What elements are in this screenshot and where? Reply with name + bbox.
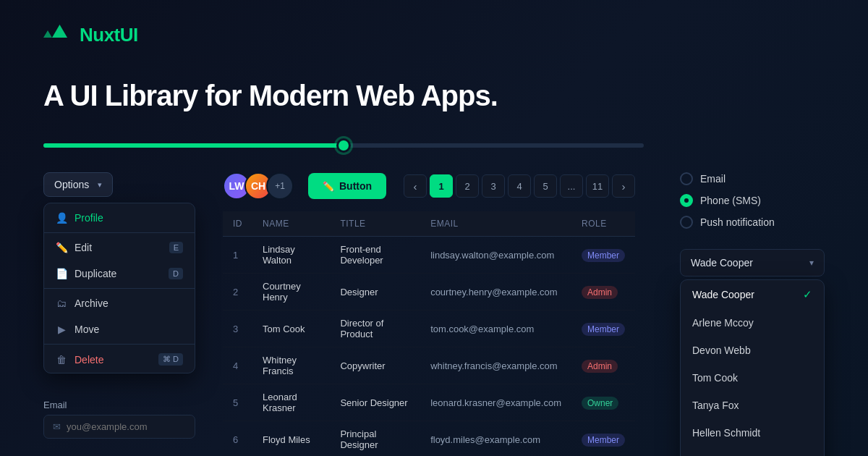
- table-row[interactable]: 3 Tom Cook Director of Product tom.cook@…: [223, 311, 635, 347]
- table-row[interactable]: 2 Courtney Henry Designer courtney.henry…: [223, 274, 635, 311]
- cell-name: Courtney Henry: [252, 274, 330, 311]
- email-input[interactable]: [67, 421, 186, 432]
- left-panel: Options ▾ 👤 Profile ✏️ Edit E 📄 Duplicat…: [43, 172, 195, 373]
- menu-divider-2: [44, 288, 195, 289]
- cell-email: lindsay.walton@example.com: [420, 237, 571, 274]
- table-row[interactable]: 6 Floyd Miles Principal Designer floyd.m…: [223, 421, 635, 457]
- email-section: Email ✉: [43, 400, 195, 439]
- radio-group: Email Phone (SMS) Push notification: [680, 172, 825, 229]
- radio-email-label: Email: [700, 173, 726, 185]
- cell-title: Director of Product: [330, 311, 420, 347]
- menu-item-delete[interactable]: 🗑 Delete ⌘ D: [44, 346, 195, 373]
- avatar-count: +1: [266, 172, 294, 200]
- page-2[interactable]: 2: [456, 174, 479, 198]
- options-button[interactable]: Options ▾: [43, 172, 113, 197]
- select-option-tanya[interactable]: Tanya Fox: [681, 392, 824, 419]
- select-wrapper: Wade Cooper ▾ Wade Cooper ✓ Arlene Mccoy…: [680, 249, 825, 456]
- cell-title: Front-end Developer: [330, 237, 420, 274]
- delete-icon: 🗑: [56, 354, 67, 366]
- menu-item-edit[interactable]: ✏️ Edit E: [44, 235, 195, 261]
- table-row[interactable]: 5 Leonard Krasner Senior Designer leonar…: [223, 384, 635, 421]
- archive-icon: 🗂: [56, 297, 67, 309]
- check-icon: ✓: [803, 288, 812, 301]
- cell-id: 3: [223, 311, 252, 347]
- cell-name: Leonard Krasner: [252, 384, 330, 421]
- middle-panel: LW CH +1 ✏️ Button ‹ 1 2 3 4 5 ... 11 › …: [223, 172, 635, 456]
- radio-phone-label: Phone (SMS): [700, 195, 761, 206]
- move-label: Move: [75, 324, 99, 335]
- chevron-down-icon: ▾: [809, 258, 814, 268]
- cell-role: Member: [571, 311, 635, 347]
- radio-email[interactable]: Email: [680, 172, 825, 185]
- logo-text: NuxtUI: [80, 24, 138, 46]
- radio-circle-phone: [680, 194, 693, 207]
- menu-item-move[interactable]: ▶ Move: [44, 316, 195, 342]
- page-11[interactable]: 11: [586, 174, 609, 198]
- cell-name: Floyd Miles: [252, 421, 330, 457]
- duplicate-label: Duplicate: [75, 268, 116, 279]
- select-option-arlene[interactable]: Arlene Mccoy: [681, 309, 824, 337]
- select-option-caroline[interactable]: Caroline Schultz: [681, 447, 824, 456]
- cell-name: Lindsay Walton: [252, 237, 330, 274]
- col-header-email: Email: [420, 211, 571, 237]
- select-option-tom[interactable]: Tom Cook: [681, 364, 824, 392]
- menu-item-archive[interactable]: 🗂 Archive: [44, 290, 195, 316]
- page-5[interactable]: 5: [534, 174, 557, 198]
- option-label-arlene: Arlene Mccoy: [692, 317, 754, 329]
- chevron-down-icon: ▾: [98, 180, 102, 190]
- duplicate-icon: 📄: [56, 268, 67, 279]
- option-label-tanya: Tanya Fox: [692, 400, 739, 411]
- slider-container: [43, 143, 644, 148]
- cell-email: courtney.henry@example.com: [420, 274, 571, 311]
- cell-role: Member: [571, 421, 635, 457]
- page-3[interactable]: 3: [482, 174, 505, 198]
- radio-push[interactable]: Push notification: [680, 216, 825, 229]
- menu-item-duplicate[interactable]: 📄 Duplicate D: [44, 261, 195, 287]
- duplicate-shortcut: D: [169, 268, 183, 279]
- table-row[interactable]: 1 Lindsay Walton Front-end Developer lin…: [223, 237, 635, 274]
- pagination-prev[interactable]: ‹: [404, 174, 427, 198]
- cell-email: whitney.francis@example.com: [420, 347, 571, 384]
- option-label-hellen: Hellen Schmidt: [692, 427, 760, 439]
- pagination: ‹ 1 2 3 4 5 ... 11 ›: [404, 174, 635, 198]
- col-header-id: Id: [223, 211, 252, 237]
- cell-role: Admin: [571, 347, 635, 384]
- action-button[interactable]: ✏️ Button: [308, 173, 386, 199]
- option-label-devon: Devon Webb: [692, 345, 751, 356]
- select-option-hellen[interactable]: Hellen Schmidt: [681, 419, 824, 447]
- menu-divider-3: [44, 344, 195, 345]
- select-current-value: Wade Cooper: [691, 257, 753, 269]
- cell-id: 5: [223, 384, 252, 421]
- cell-email: tom.cook@example.com: [420, 311, 571, 347]
- cell-role: Owner: [571, 384, 635, 421]
- cell-id: 2: [223, 274, 252, 311]
- edit-label: Edit: [75, 242, 92, 253]
- table-row[interactable]: 4 Whitney Francis Copywriter whitney.fra…: [223, 347, 635, 384]
- cell-id: 6: [223, 421, 252, 457]
- slider-track[interactable]: [43, 143, 644, 148]
- button-label: Button: [339, 180, 372, 192]
- move-icon: ▶: [56, 324, 67, 335]
- cell-id: 4: [223, 347, 252, 384]
- option-label-tom: Tom Cook: [692, 372, 738, 384]
- radio-push-label: Push notification: [700, 216, 775, 228]
- cell-title: Designer: [330, 274, 420, 311]
- delete-shortcut: ⌘ D: [158, 353, 183, 366]
- select-option-wade[interactable]: Wade Cooper ✓: [681, 280, 824, 309]
- cell-id: 1: [223, 237, 252, 274]
- cell-title: Senior Designer: [330, 384, 420, 421]
- radio-phone[interactable]: Phone (SMS): [680, 194, 825, 207]
- radio-circle-email: [680, 172, 693, 185]
- select-button[interactable]: Wade Cooper ▾: [680, 249, 825, 276]
- profile-label: Profile: [75, 212, 103, 224]
- pagination-next[interactable]: ›: [612, 174, 635, 198]
- menu-item-profile[interactable]: 👤 Profile: [44, 203, 195, 231]
- slider-thumb[interactable]: [336, 138, 351, 153]
- select-option-devon[interactable]: Devon Webb: [681, 337, 824, 364]
- option-label-wade: Wade Cooper: [692, 289, 754, 300]
- page-4[interactable]: 4: [508, 174, 531, 198]
- delete-label: Delete: [75, 354, 103, 366]
- avatar-group: LW CH +1: [223, 172, 294, 200]
- radio-circle-push: [680, 216, 693, 229]
- page-1[interactable]: 1: [430, 174, 453, 198]
